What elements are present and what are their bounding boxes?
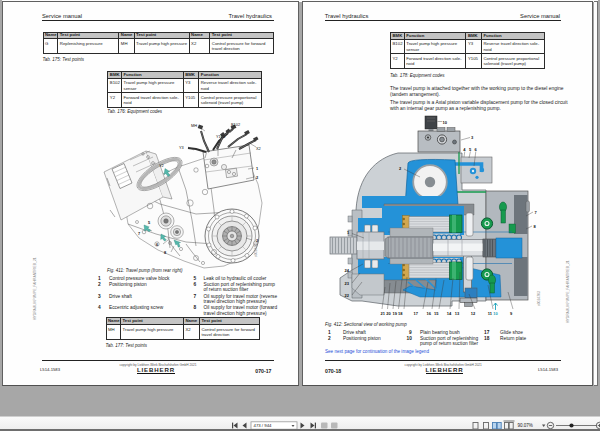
svg-text:Y3: Y3: [179, 145, 184, 150]
svg-text:10: 10: [493, 311, 498, 316]
svg-text:6: 6: [474, 147, 477, 152]
svg-text:Y105: Y105: [216, 134, 225, 139]
svg-text:20: 20: [386, 311, 391, 316]
svg-text:12: 12: [471, 311, 476, 316]
svg-text:14: 14: [447, 311, 452, 316]
svg-text:18: 18: [398, 311, 403, 316]
svg-text:23: 23: [345, 281, 350, 286]
svg-text:24: 24: [345, 268, 350, 273]
svg-text:7: 7: [535, 210, 538, 215]
svg-text:473 / 944: 473 / 944: [254, 423, 273, 428]
svg-text:15: 15: [434, 311, 439, 316]
svg-text:13: 13: [455, 311, 460, 316]
svg-text:10: 10: [443, 120, 448, 125]
svg-text:19: 19: [393, 311, 398, 316]
svg-text:4: 4: [463, 147, 466, 152]
svg-text:16: 16: [427, 311, 432, 316]
svg-text:X2: X2: [256, 146, 261, 151]
svg-text:2: 2: [256, 175, 259, 180]
svg-text:B102: B102: [231, 122, 240, 127]
svg-text:11: 11: [488, 311, 493, 316]
svg-text:MH: MH: [191, 123, 197, 128]
svg-text:8: 8: [534, 224, 537, 229]
svg-text:7: 7: [138, 231, 140, 236]
svg-text:21: 21: [381, 311, 386, 316]
svg-text:Y2: Y2: [159, 163, 164, 168]
svg-text:5: 5: [469, 147, 472, 152]
svg-text:22: 22: [345, 293, 350, 298]
svg-text:3: 3: [471, 135, 474, 140]
svg-text:90.07%: 90.07%: [518, 423, 533, 428]
svg-text:9: 9: [510, 311, 513, 316]
svg-text:17: 17: [414, 311, 419, 316]
svg-text:1: 1: [256, 166, 259, 171]
